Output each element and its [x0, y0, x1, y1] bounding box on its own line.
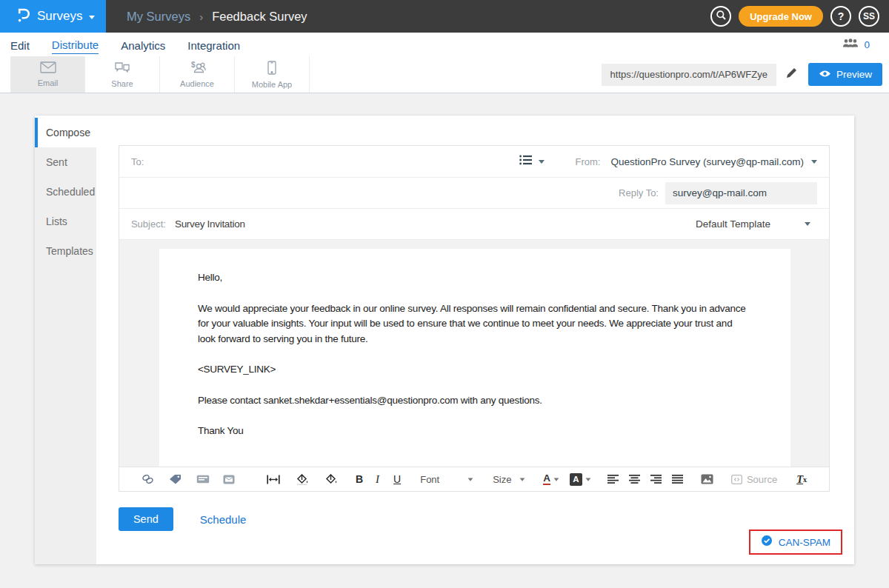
to-from-row: To: From: QuestionPro Survey (survey@qp-…	[119, 146, 829, 178]
to-input[interactable]	[144, 146, 519, 177]
tab-edit[interactable]: Edit	[10, 36, 30, 54]
fill-color-button[interactable]	[325, 474, 338, 484]
tag-icon	[169, 474, 182, 484]
collaborators-count: 0	[864, 39, 870, 50]
collaborators-button[interactable]: 0	[842, 38, 870, 51]
tab-integration[interactable]: Integration	[187, 36, 240, 54]
people-icon	[842, 38, 859, 51]
chevron-down-icon	[468, 478, 473, 481]
email-paragraph: We would appreciate your feedback in our…	[198, 301, 752, 347]
to-label: To:	[131, 156, 144, 167]
text-color-button[interactable]: A	[543, 473, 559, 485]
reply-to-input[interactable]: survey@qp-mail.com	[665, 182, 817, 204]
fixed-width-button[interactable]	[267, 475, 280, 484]
sidebar-item-lists[interactable]: Lists	[35, 207, 96, 236]
tab-analytics[interactable]: Analytics	[121, 36, 165, 54]
sidebar-item-sent[interactable]: Sent	[35, 147, 96, 177]
template-selector[interactable]: Default Template	[696, 218, 810, 230]
chevron-down-icon	[811, 160, 817, 164]
channel-share[interactable]: Share	[85, 56, 160, 93]
preview-button[interactable]: Preview	[808, 63, 882, 86]
sidebar-item-label: Lists	[46, 216, 67, 227]
schedule-link[interactable]: Schedule	[200, 513, 247, 526]
email-body-editor[interactable]: Hello, We would appreciate your feedback…	[159, 249, 790, 467]
bold-button[interactable]: B	[356, 473, 363, 485]
eye-icon	[819, 69, 831, 80]
source-button[interactable]: Source	[731, 474, 777, 485]
insert-image-button[interactable]	[701, 474, 713, 484]
channel-mobile-app[interactable]: Mobile App	[235, 56, 310, 93]
send-button[interactable]: Send	[119, 507, 173, 531]
italic-button[interactable]: I	[376, 473, 379, 486]
keyboard-button[interactable]	[196, 475, 210, 484]
chevron-down-icon	[586, 478, 591, 481]
channel-label: Share	[111, 79, 133, 88]
breadcrumb: My Surveys › Feedback Survey	[127, 0, 307, 33]
font-family-dropdown[interactable]: Font	[420, 474, 473, 485]
speech-bubbles-icon	[114, 61, 130, 77]
image-icon	[701, 474, 713, 484]
can-spam-link[interactable]: CAN-SPAM	[749, 529, 842, 555]
sidebar-item-scheduled[interactable]: Scheduled	[35, 177, 96, 207]
subject-input[interactable]: Survey Invitation	[175, 218, 245, 230]
sidebar-item-compose[interactable]: Compose	[35, 118, 96, 147]
envelope-square-icon	[223, 475, 235, 484]
remove-format-button[interactable]: Tx	[796, 473, 807, 486]
chevron-down-icon	[89, 16, 95, 19]
questionpro-logo-icon	[16, 7, 30, 26]
help-button[interactable]: ?	[830, 6, 851, 27]
edit-url-button[interactable]	[785, 67, 798, 82]
bulleted-list-icon	[519, 155, 532, 168]
from-selector[interactable]: QuestionPro Survey (survey@qp-mail.com)	[610, 156, 817, 167]
email-paragraph: <SURVEY_LINK>	[198, 362, 752, 378]
channel-label: Mobile App	[252, 80, 292, 89]
insert-link-button[interactable]	[141, 474, 154, 484]
toolbar-spacer	[310, 56, 602, 93]
canspam-row: CAN-SPAM	[119, 531, 830, 556]
tab-distribute[interactable]: Distribute	[52, 35, 99, 54]
sidebar-items-group: Sent Scheduled Lists Templates	[35, 147, 96, 564]
compose-main: To: From: QuestionPro Survey (survey@qp-…	[96, 116, 854, 564]
product-switcher[interactable]: Surveys	[0, 0, 106, 33]
underline-button[interactable]: U	[393, 473, 401, 485]
align-right-button[interactable]	[650, 475, 662, 484]
reply-to-label: Reply To:	[619, 187, 659, 198]
survey-url-field[interactable]: https://questionpro.com/t/AP6WFZye	[602, 64, 776, 86]
distribute-email-card: Compose Sent Scheduled Lists Templates T…	[35, 116, 854, 564]
editor-body-area: Hello, We would appreciate your feedback…	[119, 240, 829, 467]
channel-label: Email	[38, 78, 59, 87]
chevron-down-icon	[554, 478, 559, 481]
recipient-list-selector[interactable]	[519, 155, 545, 168]
background-color-icon: A	[570, 473, 582, 486]
align-justify-icon	[672, 475, 683, 484]
text-color-icon: A	[543, 473, 550, 485]
align-justify-button[interactable]	[672, 475, 683, 484]
email-template-button[interactable]	[223, 475, 235, 484]
avatar[interactable]: SS	[859, 6, 879, 27]
search-button[interactable]	[710, 6, 731, 27]
sidebar-item-label: Templates	[46, 245, 93, 257]
sidebar-item-templates[interactable]: Templates	[35, 236, 96, 266]
source-label: Source	[747, 474, 777, 485]
envelope-icon	[40, 61, 56, 76]
paint-bucket-icon	[296, 474, 309, 485]
channel-audience[interactable]: $ Audience	[160, 56, 235, 93]
from-label: From:	[576, 156, 601, 167]
remove-format-t: T	[796, 473, 803, 486]
sidebar-item-label: Sent	[46, 156, 67, 168]
breadcrumb-my-surveys[interactable]: My Surveys	[127, 10, 190, 24]
align-center-button[interactable]	[629, 475, 640, 484]
channel-label: Audience	[180, 79, 214, 88]
font-size-dropdown[interactable]: Size	[493, 474, 525, 485]
align-left-button[interactable]	[607, 475, 619, 484]
size-dropdown-label: Size	[493, 474, 511, 485]
insert-tag-button[interactable]	[169, 474, 182, 484]
audience-dollar-people-icon: $	[189, 61, 206, 77]
sidebar-item-label: Scheduled	[46, 186, 95, 198]
header-actions: Upgrade Now ? SS	[710, 0, 889, 33]
background-color-button[interactable]: A	[570, 473, 591, 486]
highlight-color-button[interactable]	[296, 474, 309, 485]
upgrade-now-button[interactable]: Upgrade Now	[739, 6, 823, 27]
channel-email[interactable]: Email	[10, 56, 85, 93]
chevron-down-icon	[539, 160, 545, 164]
